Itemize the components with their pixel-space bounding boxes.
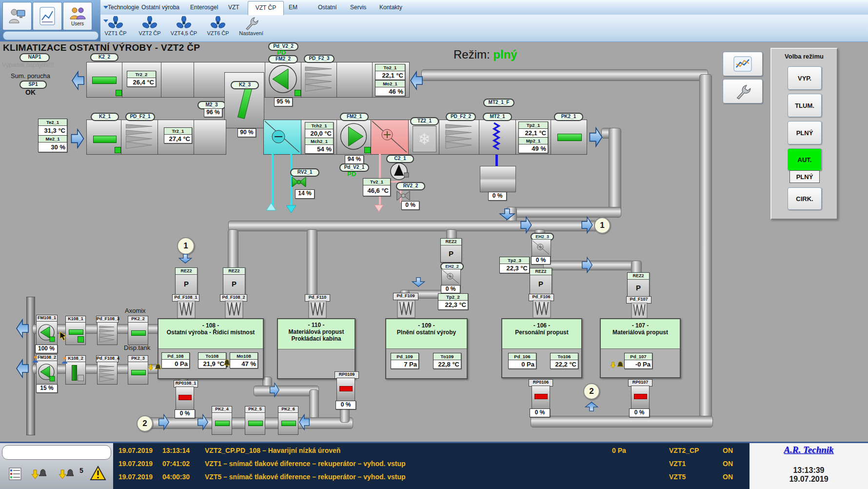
- tab-servis[interactable]: Servis: [350, 0, 366, 15]
- nap1-button[interactable]: NAP1: [20, 53, 50, 62]
- tag-fm2_1[interactable]: FM2_1: [340, 113, 369, 121]
- tab-kontakty[interactable]: Kontakty: [379, 0, 402, 15]
- heating-coil[interactable]: [371, 120, 409, 155]
- filter-pd_f108_4[interactable]: [97, 362, 118, 385]
- damper-bar: [69, 329, 83, 335]
- damper-pk2_3[interactable]: [128, 362, 148, 385]
- trend-view-button[interactable]: [723, 52, 763, 76]
- fan-icon-vzt2[interactable]: [142, 16, 158, 30]
- alarm-row[interactable]: 19.07.2019 13:13:14 VZT2_CP.PD_108 – Hav…: [0, 447, 868, 460]
- fan-icon-vzt6[interactable]: [210, 16, 226, 30]
- fan-fm2_2[interactable]: [265, 62, 302, 98]
- damper-rp0106[interactable]: [532, 386, 550, 409]
- axomix-label: Axomix: [125, 307, 146, 314]
- tab-em[interactable]: EM: [289, 0, 297, 15]
- valve-rv2_2-icon[interactable]: [396, 189, 411, 202]
- tag-k2_1[interactable]: K2_1: [91, 113, 119, 121]
- pressure-reg-rez2-107[interactable]: REZ2P: [627, 272, 650, 297]
- tag-k2_3[interactable]: K2_3: [231, 81, 259, 89]
- fan-fm2_1[interactable]: [336, 120, 372, 155]
- pump-c2_1-icon[interactable]: [389, 162, 410, 181]
- damper-k2_1[interactable]: [86, 120, 122, 155]
- filter-pd_f2_2[interactable]: [439, 120, 480, 155]
- settings-button[interactable]: [723, 79, 763, 103]
- damper-pk2_6[interactable]: [278, 412, 298, 435]
- tab-ostatni-vyroba[interactable]: Ostatní výroba: [141, 0, 179, 15]
- damper-pk2_2[interactable]: [128, 322, 148, 345]
- wrench-icon-toolbar[interactable]: [243, 16, 259, 30]
- tag-pd_f2_1[interactable]: PD_F2_1: [125, 113, 155, 121]
- damper-k108_1[interactable]: [65, 322, 86, 345]
- sp1-button[interactable]: SP1: [20, 81, 47, 89]
- mode-button-vyp[interactable]: VYP.: [788, 66, 822, 90]
- damper-k108_2[interactable]: [65, 362, 86, 385]
- footer-panel: A.R. Technik 13:13:39 19.07.2019: [750, 443, 868, 489]
- toolbar-vzt45-cp[interactable]: VZT4,5 ČP: [167, 30, 201, 36]
- damper-bar: [131, 330, 146, 336]
- damper-rp0107[interactable]: [631, 386, 650, 409]
- fan-fm2_2-status: [295, 90, 301, 96]
- toolbar-vzt1-cp[interactable]: VZT1 ČP: [99, 30, 133, 36]
- tag-k2_2[interactable]: K2_2: [90, 53, 118, 61]
- toolbar-vzt6-cp[interactable]: VZT6 ČP: [201, 30, 235, 36]
- damper-rp0108_1[interactable]: [176, 387, 194, 410]
- tag-fm2_2[interactable]: FM2_2: [268, 55, 298, 63]
- sensor-to106: To10622,2 °C: [550, 353, 578, 369]
- sensor-tp2_2: Tp2_222,3 °C: [438, 293, 468, 310]
- room-110-number: - 110 -: [278, 322, 355, 328]
- toolbar-vzt2-cp[interactable]: VZT2 ČP: [133, 30, 167, 36]
- value-humidifier: 0 %: [488, 192, 507, 201]
- operator-button[interactable]: [2, 2, 32, 30]
- damper-rp0109[interactable]: [336, 378, 355, 401]
- duct-heater-eh2_3[interactable]: [532, 239, 551, 257]
- tab-enterosgel[interactable]: Enterosgel: [190, 0, 218, 15]
- tag-mt2_1[interactable]: MT2_1: [483, 113, 512, 121]
- clock-time: 13:13:39: [750, 466, 868, 475]
- pressure-reg-rez2-106[interactable]: REZ2P: [530, 268, 552, 294]
- pd-flag-supply: PD: [347, 170, 356, 178]
- tag-pk2_1[interactable]: PK2_1: [554, 113, 583, 121]
- duct-heater-eh2_2[interactable]: [441, 269, 461, 285]
- fan-fm108_1[interactable]: [36, 321, 58, 345]
- damper-pk2_4[interactable]: [212, 412, 232, 435]
- flow-arrow-left-icon: [16, 358, 29, 379]
- damper-pk2_5[interactable]: [245, 412, 265, 435]
- users-button[interactable]: Users: [63, 2, 92, 30]
- mode-button-aut-active[interactable]: AUT.: [788, 148, 822, 171]
- tab-technologie[interactable]: Technologie: [108, 0, 139, 15]
- trends-button[interactable]: [33, 2, 62, 30]
- toolbar-nastaveni[interactable]: Nastavení: [234, 30, 268, 36]
- damper-k2_1-status: [115, 147, 121, 153]
- humidifier-tank[interactable]: [480, 166, 516, 192]
- tag-pd_f2_3[interactable]: PD_F2_3: [304, 55, 335, 63]
- filter-pd_f108_3[interactable]: [97, 322, 118, 345]
- fan-icon-vzt45[interactable]: [176, 16, 192, 30]
- cooling-coil-ch2[interactable]: [263, 120, 302, 155]
- mode-button-plny[interactable]: PLNÝ: [788, 121, 822, 144]
- fan-icon-vzt1[interactable]: [108, 16, 123, 30]
- tag-pd_f2_2[interactable]: PD_F2_2: [446, 113, 476, 121]
- tab-vzt[interactable]: VZT: [228, 0, 239, 15]
- tag-pd_f109[interactable]: Pd_F109: [393, 293, 418, 300]
- tab-vzt-cp-active[interactable]: VZT ČP: [248, 1, 284, 15]
- pressure-reg-rez2-108b[interactable]: REZ2P: [223, 267, 245, 295]
- sensor-tp2_3: Tp2_322,3 °C: [499, 257, 530, 273]
- tab-ostatni[interactable]: Ostatní: [318, 0, 337, 15]
- damper-pk2_1[interactable]: [551, 120, 587, 155]
- alarm-row[interactable]: 19.07.2019 04:00:30 VZT5 – snímač tlakov…: [0, 473, 868, 486]
- vendor-logo: A.R. Technik: [784, 445, 833, 455]
- duct-filter-icon: [630, 303, 649, 318]
- valve-rv2_1-icon[interactable]: [291, 176, 307, 188]
- damper-k2_2[interactable]: [86, 62, 123, 98]
- mode-button-cirk[interactable]: CIRK.: [788, 187, 822, 210]
- tag-tz2_1[interactable]: TZ2_1: [410, 117, 439, 125]
- filter-pd_f2_1[interactable]: [121, 120, 158, 155]
- alarm-row[interactable]: 19.07.2019 07:41:02 VZT1 – snímač tlakov…: [0, 460, 868, 473]
- pressure-reg-rez2-108a[interactable]: REZ2P: [175, 267, 197, 295]
- fan-fm108_2[interactable]: [36, 361, 58, 385]
- pressure-reg-rez2-109[interactable]: REZ2P: [440, 238, 462, 263]
- mode-button-tlum[interactable]: TLUM.: [788, 94, 822, 117]
- tag-mt2_1_f[interactable]: MT2_1_F: [483, 99, 514, 107]
- humidifier-mt2_1[interactable]: [479, 120, 516, 155]
- filter-pd_f2_3[interactable]: [301, 62, 337, 98]
